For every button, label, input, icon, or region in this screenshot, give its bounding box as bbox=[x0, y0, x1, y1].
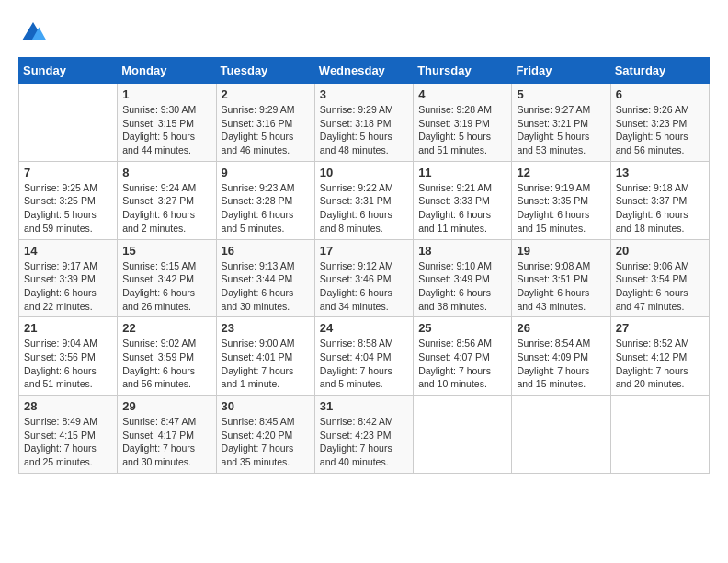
calendar-cell: 6Sunrise: 9:26 AM Sunset: 3:23 PM Daylig… bbox=[610, 84, 709, 162]
day-number: 5 bbox=[517, 87, 605, 101]
day-number: 30 bbox=[222, 399, 310, 413]
day-info: Sunrise: 9:00 AM Sunset: 4:01 PM Dayligh… bbox=[222, 337, 310, 391]
day-info: Sunrise: 9:25 AM Sunset: 3:25 PM Dayligh… bbox=[24, 181, 112, 236]
day-info: Sunrise: 9:04 AM Sunset: 3:56 PM Dayligh… bbox=[24, 337, 112, 391]
day-info: Sunrise: 8:56 AM Sunset: 4:07 PM Dayligh… bbox=[418, 337, 506, 391]
day-info: Sunrise: 8:52 AM Sunset: 4:12 PM Dayligh… bbox=[616, 337, 704, 391]
logo bbox=[18, 18, 51, 48]
calendar-cell: 11Sunrise: 9:21 AM Sunset: 3:33 PM Dayli… bbox=[414, 161, 512, 239]
day-number: 13 bbox=[616, 166, 704, 179]
day-number: 8 bbox=[122, 166, 210, 179]
day-info: Sunrise: 8:45 AM Sunset: 4:20 PM Dayligh… bbox=[222, 415, 310, 469]
calendar-header-tuesday: Tuesday bbox=[216, 58, 314, 84]
day-info: Sunrise: 8:58 AM Sunset: 4:04 PM Dayligh… bbox=[320, 337, 408, 391]
day-number: 16 bbox=[222, 244, 310, 258]
calendar-cell: 2Sunrise: 9:29 AM Sunset: 3:16 PM Daylig… bbox=[216, 84, 314, 162]
day-info: Sunrise: 9:21 AM Sunset: 3:33 PM Dayligh… bbox=[418, 181, 506, 236]
day-info: Sunrise: 9:27 AM Sunset: 3:21 PM Dayligh… bbox=[517, 103, 605, 157]
day-number: 6 bbox=[616, 87, 704, 101]
calendar-header-wednesday: Wednesday bbox=[314, 58, 413, 84]
day-number: 24 bbox=[320, 321, 408, 335]
day-info: Sunrise: 9:12 AM Sunset: 3:46 PM Dayligh… bbox=[320, 259, 408, 314]
day-info: Sunrise: 9:24 AM Sunset: 3:27 PM Dayligh… bbox=[122, 181, 210, 236]
day-info: Sunrise: 9:26 AM Sunset: 3:23 PM Dayligh… bbox=[616, 103, 704, 157]
day-info: Sunrise: 8:54 AM Sunset: 4:09 PM Dayligh… bbox=[517, 337, 605, 391]
calendar-cell: 20Sunrise: 9:06 AM Sunset: 3:54 PM Dayli… bbox=[610, 239, 709, 317]
calendar-header-thursday: Thursday bbox=[414, 58, 512, 84]
calendar-cell: 18Sunrise: 9:10 AM Sunset: 3:49 PM Dayli… bbox=[414, 239, 512, 317]
day-number: 25 bbox=[418, 321, 506, 335]
day-number: 28 bbox=[24, 399, 112, 413]
day-number: 18 bbox=[418, 244, 506, 258]
calendar-cell bbox=[19, 84, 118, 162]
day-number: 15 bbox=[122, 244, 210, 258]
calendar-cell: 19Sunrise: 9:08 AM Sunset: 3:51 PM Dayli… bbox=[512, 239, 610, 317]
calendar-cell: 21Sunrise: 9:04 AM Sunset: 3:56 PM Dayli… bbox=[19, 317, 118, 396]
day-info: Sunrise: 9:17 AM Sunset: 3:39 PM Dayligh… bbox=[24, 259, 112, 314]
day-info: Sunrise: 9:23 AM Sunset: 3:28 PM Dayligh… bbox=[222, 181, 310, 236]
day-number: 1 bbox=[122, 87, 210, 101]
day-number: 21 bbox=[24, 321, 112, 335]
calendar-cell: 27Sunrise: 8:52 AM Sunset: 4:12 PM Dayli… bbox=[610, 317, 709, 396]
day-info: Sunrise: 9:28 AM Sunset: 3:19 PM Dayligh… bbox=[418, 103, 506, 157]
calendar-cell: 15Sunrise: 9:15 AM Sunset: 3:42 PM Dayli… bbox=[118, 239, 216, 317]
page-header bbox=[18, 18, 710, 48]
calendar-cell: 23Sunrise: 9:00 AM Sunset: 4:01 PM Dayli… bbox=[216, 317, 314, 396]
calendar-cell: 24Sunrise: 8:58 AM Sunset: 4:04 PM Dayli… bbox=[314, 317, 413, 396]
day-info: Sunrise: 9:30 AM Sunset: 3:15 PM Dayligh… bbox=[122, 103, 210, 157]
day-number: 29 bbox=[122, 399, 210, 413]
calendar-cell: 16Sunrise: 9:13 AM Sunset: 3:44 PM Dayli… bbox=[216, 239, 314, 317]
calendar-cell: 28Sunrise: 8:49 AM Sunset: 4:15 PM Dayli… bbox=[19, 396, 118, 474]
calendar-cell bbox=[414, 396, 512, 474]
day-number: 26 bbox=[517, 321, 605, 335]
calendar-cell: 5Sunrise: 9:27 AM Sunset: 3:21 PM Daylig… bbox=[512, 84, 610, 162]
day-info: Sunrise: 9:13 AM Sunset: 3:44 PM Dayligh… bbox=[222, 259, 310, 314]
day-number: 12 bbox=[517, 166, 605, 179]
calendar-cell bbox=[512, 396, 610, 474]
calendar-cell: 13Sunrise: 9:18 AM Sunset: 3:37 PM Dayli… bbox=[610, 161, 709, 239]
day-info: Sunrise: 9:10 AM Sunset: 3:49 PM Dayligh… bbox=[418, 259, 506, 314]
calendar-header-saturday: Saturday bbox=[610, 58, 709, 84]
day-info: Sunrise: 9:29 AM Sunset: 3:16 PM Dayligh… bbox=[222, 103, 310, 157]
day-info: Sunrise: 8:42 AM Sunset: 4:23 PM Dayligh… bbox=[320, 415, 408, 469]
day-number: 10 bbox=[320, 166, 408, 179]
calendar-cell: 4Sunrise: 9:28 AM Sunset: 3:19 PM Daylig… bbox=[414, 84, 512, 162]
day-info: Sunrise: 9:08 AM Sunset: 3:51 PM Dayligh… bbox=[517, 259, 605, 314]
day-info: Sunrise: 9:22 AM Sunset: 3:31 PM Dayligh… bbox=[320, 181, 408, 236]
calendar-cell: 3Sunrise: 9:29 AM Sunset: 3:18 PM Daylig… bbox=[314, 84, 413, 162]
calendar-cell: 30Sunrise: 8:45 AM Sunset: 4:20 PM Dayli… bbox=[216, 396, 314, 474]
day-number: 27 bbox=[616, 321, 704, 335]
calendar-cell: 17Sunrise: 9:12 AM Sunset: 3:46 PM Dayli… bbox=[314, 239, 413, 317]
calendar-cell: 22Sunrise: 9:02 AM Sunset: 3:59 PM Dayli… bbox=[118, 317, 216, 396]
calendar-cell: 9Sunrise: 9:23 AM Sunset: 3:28 PM Daylig… bbox=[216, 161, 314, 239]
calendar-cell: 1Sunrise: 9:30 AM Sunset: 3:15 PM Daylig… bbox=[118, 84, 216, 162]
day-number: 2 bbox=[222, 87, 310, 101]
day-number: 4 bbox=[418, 87, 506, 101]
calendar-header-friday: Friday bbox=[512, 58, 610, 84]
day-info: Sunrise: 9:19 AM Sunset: 3:35 PM Dayligh… bbox=[517, 181, 605, 236]
day-number: 23 bbox=[222, 321, 310, 335]
day-number: 11 bbox=[418, 166, 506, 179]
day-info: Sunrise: 9:29 AM Sunset: 3:18 PM Dayligh… bbox=[320, 103, 408, 157]
day-number: 22 bbox=[122, 321, 210, 335]
calendar-week-row: 1Sunrise: 9:30 AM Sunset: 3:15 PM Daylig… bbox=[19, 84, 710, 162]
calendar-cell bbox=[610, 396, 709, 474]
day-info: Sunrise: 9:02 AM Sunset: 3:59 PM Dayligh… bbox=[122, 337, 210, 391]
day-info: Sunrise: 8:49 AM Sunset: 4:15 PM Dayligh… bbox=[24, 415, 112, 469]
day-info: Sunrise: 8:47 AM Sunset: 4:17 PM Dayligh… bbox=[122, 415, 210, 469]
calendar-header-sunday: Sunday bbox=[19, 58, 118, 84]
calendar-cell: 7Sunrise: 9:25 AM Sunset: 3:25 PM Daylig… bbox=[19, 161, 118, 239]
calendar-week-row: 28Sunrise: 8:49 AM Sunset: 4:15 PM Dayli… bbox=[19, 396, 710, 474]
calendar-week-row: 7Sunrise: 9:25 AM Sunset: 3:25 PM Daylig… bbox=[19, 161, 710, 239]
calendar-cell: 25Sunrise: 8:56 AM Sunset: 4:07 PM Dayli… bbox=[414, 317, 512, 396]
day-number: 14 bbox=[24, 244, 112, 258]
calendar-cell: 31Sunrise: 8:42 AM Sunset: 4:23 PM Dayli… bbox=[314, 396, 413, 474]
calendar-cell: 29Sunrise: 8:47 AM Sunset: 4:17 PM Dayli… bbox=[118, 396, 216, 474]
day-number: 3 bbox=[320, 87, 408, 101]
calendar-cell: 14Sunrise: 9:17 AM Sunset: 3:39 PM Dayli… bbox=[19, 239, 118, 317]
day-info: Sunrise: 9:15 AM Sunset: 3:42 PM Dayligh… bbox=[122, 259, 210, 314]
calendar-cell: 10Sunrise: 9:22 AM Sunset: 3:31 PM Dayli… bbox=[314, 161, 413, 239]
calendar-header-row: SundayMondayTuesdayWednesdayThursdayFrid… bbox=[19, 58, 710, 84]
calendar-week-row: 21Sunrise: 9:04 AM Sunset: 3:56 PM Dayli… bbox=[19, 317, 710, 396]
calendar-cell: 26Sunrise: 8:54 AM Sunset: 4:09 PM Dayli… bbox=[512, 317, 610, 396]
